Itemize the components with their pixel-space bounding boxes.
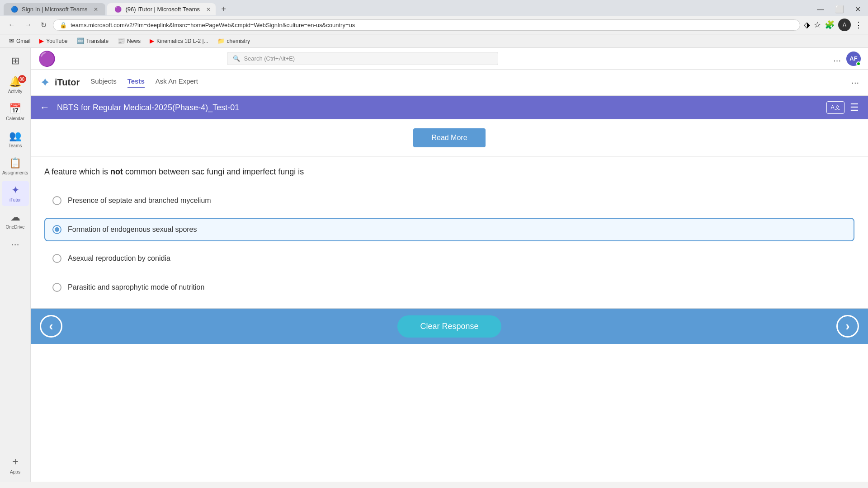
option-4[interactable]: Parasitic and saprophytic mode of nutrit… xyxy=(44,276,854,299)
teams-search-bar[interactable]: 🔍 Search (Ctrl+Alt+E) xyxy=(227,52,498,65)
tab2-close[interactable]: ✕ xyxy=(206,6,211,13)
bookmark-translate[interactable]: 🔤 Translate xyxy=(73,36,113,46)
sidebar-item-apps[interactable]: ＋ Apps xyxy=(2,451,29,478)
teams-header-right: ... AF xyxy=(833,52,861,66)
reload-button[interactable]: ↻ xyxy=(38,19,49,31)
sidebar-item-teams[interactable]: 👥 Teams xyxy=(2,127,29,152)
translate-label: Translate xyxy=(86,38,109,44)
read-more-area: Read More xyxy=(31,119,868,157)
option-3-radio xyxy=(52,254,61,263)
itutor-app-logo: ✦ xyxy=(40,75,50,90)
address-text: teams.microsoft.com/v2/?lm=deeplink&lmsr… xyxy=(71,22,355,28)
app-navigation: Subjects Tests Ask An Expert xyxy=(90,77,198,88)
app-header: ✦ iTutor Subjects Tests Ask An Expert ··… xyxy=(31,70,868,96)
add-tab-button[interactable]: + xyxy=(217,3,230,16)
lock-icon: 🔒 xyxy=(60,22,67,28)
kinematics-favicon: ▶ xyxy=(150,38,154,44)
option-4-radio xyxy=(52,283,61,292)
nav-tests[interactable]: Tests xyxy=(127,77,145,88)
gmail-label: Gmail xyxy=(16,38,30,44)
address-bar[interactable]: 🔒 teams.microsoft.com/v2/?lm=deeplink&lm… xyxy=(53,19,800,31)
test-header-icons: A文 ☰ xyxy=(826,101,859,114)
browser-chrome: 🔵 Sign In | Microsoft Teams ✕ 🟣 (96) iTu… xyxy=(0,0,868,48)
user-avatar[interactable]: AF xyxy=(846,52,861,66)
nav-ask-expert[interactable]: Ask An Expert xyxy=(156,77,198,88)
test-title: NBTS for Regular Medical-2025(Phase-4)_T… xyxy=(57,103,826,113)
forward-nav-button[interactable]: → xyxy=(22,19,34,31)
bookmark-youtube[interactable]: ▶ YouTube xyxy=(36,36,71,46)
minimize-button[interactable]: — xyxy=(813,5,828,14)
bookmark-kinematics[interactable]: ▶ Kinematics 1D L-2 |... xyxy=(146,36,212,46)
bookmarks-bar: ✉ Gmail ▶ YouTube 🔤 Translate 📰 News ▶ K… xyxy=(0,34,868,48)
next-question-button[interactable]: › xyxy=(836,315,859,338)
tab-inactive-1[interactable]: 🔵 Sign In | Microsoft Teams ✕ xyxy=(4,3,105,15)
activity-label: Activity xyxy=(8,89,23,94)
browser-action-icons: ⬗ ☆ 🧩 A ⋮ xyxy=(804,19,863,31)
teams-header: 🟣 🔍 Search (Ctrl+Alt+E) ... AF xyxy=(31,48,868,70)
question-area: A feature which is not common between sa… xyxy=(31,157,868,308)
sidebar-item-calendar[interactable]: 📅 Calendar xyxy=(2,99,29,125)
online-status-indicator xyxy=(856,61,861,66)
question-text: A feature which is not common between sa… xyxy=(44,166,854,178)
sidebar-item-grid[interactable]: ⊞ xyxy=(2,52,29,70)
gmail-favicon: ✉ xyxy=(9,38,14,44)
app-more-icon[interactable]: ··· xyxy=(851,77,859,88)
option-3-text: Asexual reproduction by conidia xyxy=(68,254,170,263)
option-1[interactable]: Presence of septate and branched myceliu… xyxy=(44,189,854,212)
sidebar-item-itutor[interactable]: ✦ iTutor xyxy=(2,181,29,206)
bookmark-gmail[interactable]: ✉ Gmail xyxy=(5,36,34,46)
bookmark-news[interactable]: 📰 News xyxy=(114,36,144,46)
sidebar-more-button[interactable]: ··· xyxy=(7,235,23,254)
extension-icon[interactable]: 🧩 xyxy=(825,20,835,30)
search-placeholder: Search (Ctrl+Alt+E) xyxy=(244,55,295,62)
restore-button[interactable]: ⬜ xyxy=(831,4,848,14)
clear-response-button[interactable]: Clear Response xyxy=(397,315,501,338)
sidebar-item-assignments[interactable]: 📋 Assignments xyxy=(2,154,29,179)
question-text-bold: not xyxy=(110,167,123,176)
teams-label: Teams xyxy=(9,143,22,148)
close-button[interactable]: ✕ xyxy=(851,4,864,14)
youtube-label: YouTube xyxy=(46,38,67,44)
back-nav-button[interactable]: ← xyxy=(5,19,18,31)
screen-cast-icon[interactable]: ⬗ xyxy=(804,20,810,30)
tab1-favicon: 🔵 xyxy=(11,6,18,13)
option-3[interactable]: Asexual reproduction by conidia xyxy=(44,247,854,270)
tab-active-2[interactable]: 🟣 (96) iTutor | Microsoft Teams ✕ xyxy=(107,3,216,15)
option-4-text: Parasitic and saprophytic mode of nutrit… xyxy=(68,283,204,291)
profile-avatar[interactable]: A xyxy=(838,19,851,31)
language-button[interactable]: A文 xyxy=(826,101,844,114)
test-menu-icon[interactable]: ☰ xyxy=(850,102,859,113)
browser-controls-bar: ← → ↻ 🔒 teams.microsoft.com/v2/?lm=deepl… xyxy=(0,16,868,34)
app-title: iTutor xyxy=(55,77,80,88)
chemistry-favicon: 📁 xyxy=(217,38,225,44)
more-options-teams-icon[interactable]: ... xyxy=(833,53,841,64)
option-2-radio xyxy=(52,225,61,234)
more-options-icon[interactable]: ⋮ xyxy=(854,20,863,30)
tab1-label: Sign In | Microsoft Teams xyxy=(22,6,87,13)
teams-sidebar: ⊞ 80 🔔 Activity 📅 Calendar 👥 Teams 📋 Ass… xyxy=(0,48,31,482)
previous-question-button[interactable]: ‹ xyxy=(40,315,62,338)
read-more-button[interactable]: Read More xyxy=(413,128,485,147)
option-1-radio xyxy=(52,196,61,205)
tab1-close[interactable]: ✕ xyxy=(94,6,98,13)
chemistry-label: chemistry xyxy=(227,38,250,44)
option-2[interactable]: Formation of endogenous sexual spores xyxy=(44,218,854,241)
kinematics-label: Kinematics 1D L-2 |... xyxy=(156,38,208,44)
teams-main: 🟣 🔍 Search (Ctrl+Alt+E) ... AF ✦ iTutor … xyxy=(31,48,868,482)
teams-shell: ⊞ 80 🔔 Activity 📅 Calendar 👥 Teams 📋 Ass… xyxy=(0,48,868,482)
bookmark-chemistry[interactable]: 📁 chemistry xyxy=(214,36,254,46)
grid-icon: ⊞ xyxy=(11,55,19,67)
bookmark-star-icon[interactable]: ☆ xyxy=(814,20,821,30)
avatar-initials: AF xyxy=(849,55,857,62)
itutor-icon: ✦ xyxy=(11,184,19,196)
tab2-label: (96) iTutor | Microsoft Teams xyxy=(125,6,199,13)
sidebar-item-activity[interactable]: 80 🔔 Activity xyxy=(2,72,29,98)
news-label: News xyxy=(127,38,141,44)
onedrive-label: OneDrive xyxy=(5,225,24,230)
search-icon: 🔍 xyxy=(233,55,240,62)
option-2-text: Formation of endogenous sexual spores xyxy=(68,225,197,234)
sidebar-item-onedrive[interactable]: ☁ OneDrive xyxy=(2,208,29,233)
nav-subjects[interactable]: Subjects xyxy=(90,77,117,88)
test-back-button[interactable]: ← xyxy=(40,102,50,113)
calendar-icon: 📅 xyxy=(9,103,21,115)
